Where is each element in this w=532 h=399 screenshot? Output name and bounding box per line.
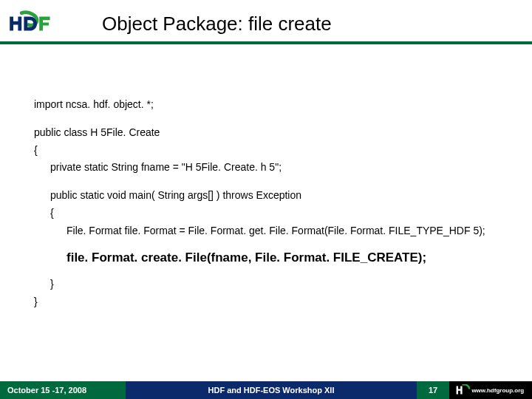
code-field: private static String fname = "H 5File. … <box>34 159 502 177</box>
code-import: import ncsa. hdf. object. *; <box>34 96 502 114</box>
code-main-open: { <box>34 205 502 222</box>
slide-header: Object Package: file create <box>0 0 532 41</box>
hdfgroup-logo-icon: www.hdfgroup.org <box>455 384 526 396</box>
code-block: import ncsa. hdf. object. *; public clas… <box>0 44 532 311</box>
code-create-call: file. Format. create. File(fname, File. … <box>34 248 502 269</box>
svg-text:www.hdfgroup.org: www.hdfgroup.org <box>471 387 524 394</box>
code-fileformat: File. Format file. Format = File. Format… <box>34 222 502 240</box>
slide-footer: October 15 -17, 2008 HDF and HDF-EOS Wor… <box>0 381 532 399</box>
footer-page-number: 17 <box>417 381 449 399</box>
slide-title: Object Package: file create <box>102 13 332 35</box>
hdf-logo-icon <box>7 10 61 37</box>
footer-date: October 15 -17, 2008 <box>0 381 126 399</box>
code-class-decl: public class H 5File. Create <box>34 124 502 142</box>
footer-org: www.hdfgroup.org <box>449 381 532 399</box>
code-main-decl: public static void main( String args[] )… <box>34 187 502 205</box>
code-class-close: } <box>34 293 502 311</box>
footer-workshop: HDF and HDF-EOS Workshop XII <box>126 381 417 399</box>
code-open-brace: { <box>34 142 502 160</box>
code-main-close: } <box>34 276 502 293</box>
